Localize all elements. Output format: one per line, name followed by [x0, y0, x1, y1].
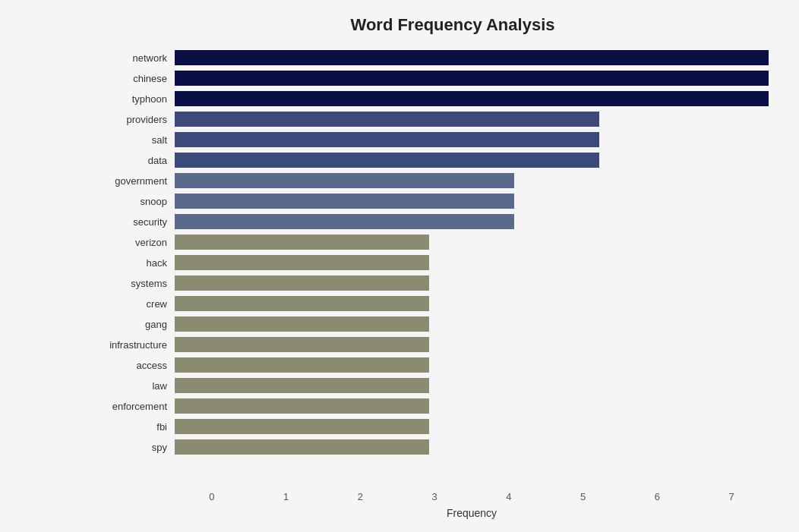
bar-row: law	[91, 376, 769, 395]
bar-fill	[175, 316, 429, 332]
bar-label: government	[91, 175, 175, 187]
bar-track	[175, 112, 769, 127]
bar-label: typhoon	[91, 93, 175, 105]
bar-fill	[175, 91, 769, 106]
x-tick: 4	[472, 491, 546, 502]
bar-row: data	[91, 151, 769, 169]
bar-label: enforcement	[91, 401, 175, 412]
bar-fill	[175, 132, 599, 147]
x-axis-label: Frequency	[175, 507, 769, 519]
bar-track	[175, 50, 769, 65]
bar-row: snoop	[91, 192, 769, 210]
bar-track	[175, 439, 769, 455]
bar-track	[175, 316, 769, 332]
bar-label: access	[91, 360, 175, 371]
bar-fill	[175, 296, 429, 311]
bar-track	[175, 132, 769, 147]
bar-fill	[175, 337, 429, 352]
bar-label: snoop	[91, 196, 175, 207]
bar-track	[175, 337, 769, 352]
x-tick: 0	[175, 491, 249, 502]
bar-label: fbi	[91, 421, 175, 433]
x-tick: 6	[621, 491, 695, 502]
x-tick: 7	[694, 491, 769, 502]
bar-track	[175, 214, 769, 229]
bar-row: government	[91, 172, 769, 190]
bar-label: systems	[91, 278, 175, 289]
bar-track	[175, 153, 769, 168]
bar-row: crew	[91, 294, 769, 313]
bar-track	[175, 255, 769, 270]
bar-label: network	[91, 52, 175, 64]
bar-row: fbi	[91, 417, 769, 436]
bar-label: security	[91, 216, 175, 228]
bar-track	[175, 296, 769, 311]
chart-title: Word Frequency Analysis	[137, 15, 769, 35]
bar-fill	[175, 378, 429, 393]
chart-container: Word Frequency Analysis networkchinesety…	[0, 0, 799, 532]
bar-label: providers	[91, 114, 175, 125]
bars-container: networkchinesetyphoonproviderssaltdatago…	[91, 49, 769, 485]
x-axis: 01234567	[175, 491, 769, 502]
bar-label: crew	[91, 298, 175, 310]
x-tick: 2	[324, 491, 398, 502]
bar-row: spy	[91, 438, 769, 456]
bar-row: hack	[91, 253, 769, 272]
bar-track	[175, 398, 769, 414]
bar-row: gang	[91, 315, 769, 333]
bar-track	[175, 71, 769, 86]
bar-row: network	[91, 49, 769, 67]
bar-track	[175, 91, 769, 106]
bar-fill	[175, 153, 599, 168]
bar-row: providers	[91, 110, 769, 128]
bar-label: infrastructure	[91, 339, 175, 351]
bar-label: verizon	[91, 237, 175, 248]
bar-row: systems	[91, 274, 769, 292]
bar-row: access	[91, 356, 769, 374]
x-tick: 1	[249, 491, 324, 502]
bar-fill	[175, 255, 429, 270]
bar-fill	[175, 275, 429, 291]
bar-label: law	[91, 380, 175, 392]
bar-row: enforcement	[91, 397, 769, 415]
bar-track	[175, 419, 769, 434]
bar-label: salt	[91, 134, 175, 146]
x-tick: 3	[397, 491, 472, 502]
bar-track	[175, 173, 769, 188]
bar-label: gang	[91, 319, 175, 330]
bar-fill	[175, 419, 429, 434]
bar-fill	[175, 112, 599, 127]
bar-label: hack	[91, 257, 175, 269]
bar-track	[175, 194, 769, 209]
bar-fill	[175, 235, 429, 250]
bar-row: typhoon	[91, 90, 769, 108]
bar-fill	[175, 214, 514, 229]
bar-track	[175, 235, 769, 250]
bar-label: spy	[91, 442, 175, 453]
bar-track	[175, 275, 769, 291]
bar-fill	[175, 194, 514, 209]
bar-fill	[175, 398, 429, 414]
bar-row: salt	[91, 131, 769, 149]
x-tick: 5	[546, 491, 621, 502]
bar-row: infrastructure	[91, 335, 769, 354]
bar-fill	[175, 173, 514, 188]
bar-track	[175, 378, 769, 393]
bar-track	[175, 357, 769, 373]
bar-row: chinese	[91, 69, 769, 87]
bar-label: chinese	[91, 73, 175, 84]
bar-fill	[175, 50, 769, 65]
bar-row: security	[91, 212, 769, 231]
bar-fill	[175, 71, 769, 86]
bar-label: data	[91, 155, 175, 166]
bar-fill	[175, 439, 429, 455]
bar-fill	[175, 357, 429, 373]
bar-row: verizon	[91, 233, 769, 251]
